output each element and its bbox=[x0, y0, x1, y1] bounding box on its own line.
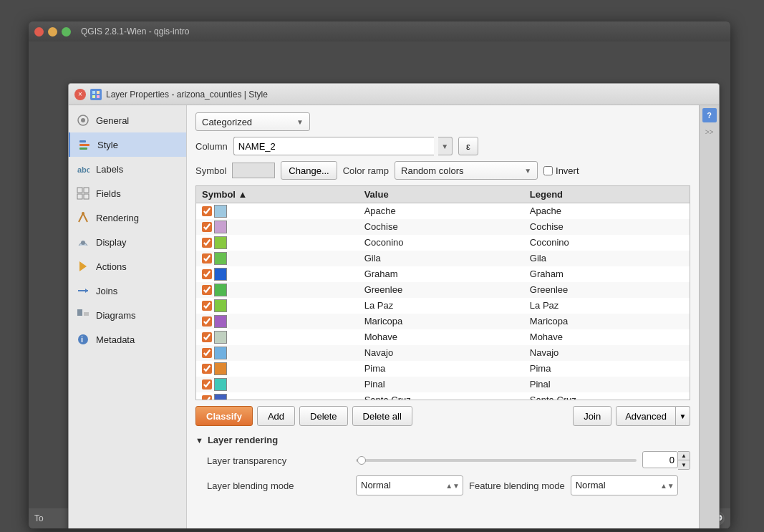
renderer-dropdown-arrow: ▼ bbox=[296, 118, 304, 126]
svg-rect-20 bbox=[84, 312, 89, 316]
diagrams-icon bbox=[76, 308, 90, 322]
transparency-slider-track bbox=[356, 459, 637, 462]
row-checkbox-9[interactable] bbox=[202, 348, 212, 358]
row-legend-8: Mohave bbox=[524, 329, 690, 345]
row-checkbox-0[interactable] bbox=[202, 206, 212, 216]
row-value-1: Cochise bbox=[359, 219, 524, 235]
style-icon bbox=[77, 137, 92, 152]
classify-button[interactable]: Classify bbox=[195, 406, 253, 426]
svg-text:abc: abc bbox=[77, 165, 90, 174]
row-value-2: Coconino bbox=[359, 235, 524, 251]
row-checkbox-2[interactable] bbox=[202, 238, 212, 248]
sidebar-item-general[interactable]: General bbox=[69, 108, 186, 132]
svg-point-5 bbox=[81, 118, 85, 122]
invert-checkbox[interactable] bbox=[543, 166, 553, 175]
epsilon-button[interactable]: ε bbox=[458, 137, 478, 155]
row-checkbox-4[interactable] bbox=[202, 269, 212, 279]
row-checkbox-1[interactable] bbox=[202, 222, 212, 232]
table-header-row: Symbol ▲ Value Legend bbox=[196, 186, 690, 203]
svg-rect-19 bbox=[77, 309, 82, 316]
color-ramp-dropdown[interactable]: Random colors ▼ bbox=[395, 161, 538, 180]
advanced-arrow-button[interactable]: ▼ bbox=[676, 406, 690, 426]
col-value[interactable]: Value bbox=[359, 186, 524, 203]
change-button[interactable]: Change... bbox=[281, 161, 337, 180]
os-close-btn[interactable] bbox=[34, 27, 44, 37]
color-swatch-10 bbox=[214, 362, 227, 375]
color-swatch-5 bbox=[214, 284, 227, 296]
row-legend-12: Santa Cruz bbox=[524, 392, 690, 401]
color-swatch-12 bbox=[214, 394, 227, 401]
row-checkbox-8[interactable] bbox=[202, 332, 212, 342]
layer-blending-value: Normal bbox=[357, 476, 443, 495]
renderer-dropdown[interactable]: Categorized ▼ bbox=[195, 112, 310, 131]
row-value-6: La Paz bbox=[359, 298, 524, 314]
sidebar-item-style[interactable]: Style bbox=[69, 132, 186, 157]
feature-blending-dropdown[interactable]: Normal ▲▼ bbox=[571, 475, 678, 495]
row-checkbox-7[interactable] bbox=[202, 316, 212, 327]
sidebar-item-diagrams[interactable]: Diagrams bbox=[69, 303, 186, 327]
row-value-7: Maricopa bbox=[359, 314, 524, 329]
row-checkbox-12[interactable] bbox=[202, 395, 212, 401]
table-row: Graham Graham bbox=[196, 266, 690, 282]
transparency-value-input[interactable] bbox=[642, 451, 678, 468]
add-button[interactable]: Add bbox=[257, 406, 295, 426]
row-checkbox-11[interactable] bbox=[202, 379, 212, 390]
row-checkbox-6[interactable] bbox=[202, 301, 212, 311]
join-button[interactable]: Join bbox=[573, 406, 611, 426]
column-input[interactable] bbox=[233, 137, 434, 155]
row-value-3: Gila bbox=[359, 251, 524, 266]
column-dropdown-arrow[interactable]: ▼ bbox=[438, 137, 453, 155]
sidebar-item-label-general: General bbox=[96, 115, 129, 126]
sidebar-item-labels[interactable]: abc Labels bbox=[69, 157, 186, 181]
sidebar-item-display[interactable]: Display bbox=[69, 230, 186, 254]
svg-rect-10 bbox=[77, 188, 82, 193]
color-ramp-label: Color ramp bbox=[343, 165, 389, 176]
row-checkbox-10[interactable] bbox=[202, 364, 212, 374]
transparency-label: Layer transparency bbox=[207, 455, 350, 466]
advanced-button[interactable]: Advanced bbox=[616, 406, 676, 426]
os-window: QGIS 2.8.1-Wien - qgis-intro To 💬 × Laye… bbox=[29, 21, 730, 528]
sidebar-item-metadata[interactable]: i Metadata bbox=[69, 327, 186, 352]
sidebar-item-label-fields: Fields bbox=[96, 188, 121, 199]
action-buttons-row: Classify Add Delete Delete all Join Adva… bbox=[195, 406, 690, 426]
row-checkbox-3[interactable] bbox=[202, 253, 212, 263]
sidebar-item-joins[interactable]: Joins bbox=[69, 279, 186, 303]
svg-rect-6 bbox=[79, 144, 90, 146]
table-row: Pinal Pinal bbox=[196, 377, 690, 392]
row-legend-0: Apache bbox=[524, 203, 690, 219]
context-help-button[interactable]: ? bbox=[702, 108, 717, 122]
invert-checkbox-label[interactable]: Invert bbox=[543, 165, 579, 176]
transparency-slider-thumb[interactable] bbox=[357, 456, 366, 465]
svg-rect-8 bbox=[79, 147, 87, 150]
sidebar-item-rendering[interactable]: Rendering bbox=[69, 205, 186, 230]
dialog-close-btn[interactable]: × bbox=[74, 89, 86, 100]
delete-all-button[interactable]: Delete all bbox=[352, 406, 412, 426]
row-legend-7: Maricopa bbox=[524, 314, 690, 329]
layer-blending-dropdown[interactable]: Normal ▲▼ bbox=[356, 475, 463, 495]
row-value-4: Graham bbox=[359, 266, 524, 282]
os-max-btn[interactable] bbox=[62, 27, 71, 37]
transparency-spinner-down[interactable]: ▼ bbox=[678, 460, 690, 469]
col-legend[interactable]: Legend bbox=[524, 186, 690, 203]
table-row: La Paz La Paz bbox=[196, 298, 690, 314]
row-checkbox-5[interactable] bbox=[202, 285, 212, 295]
transparency-spinner-up[interactable]: ▲ bbox=[678, 452, 690, 460]
rendering-icon bbox=[76, 211, 90, 225]
sidebar-item-actions[interactable]: Actions bbox=[69, 254, 186, 279]
delete-button[interactable]: Delete bbox=[299, 406, 348, 426]
sidebar-item-label-style: Style bbox=[97, 140, 118, 150]
row-legend-10: Pima bbox=[524, 361, 690, 377]
layer-blending-arrow: ▲▼ bbox=[443, 482, 463, 490]
table-row: Greenlee Greenlee bbox=[196, 282, 690, 298]
rendering-toggle[interactable]: ▼ bbox=[195, 436, 203, 445]
more-button[interactable]: >> bbox=[705, 128, 714, 136]
sidebar-item-fields[interactable]: Fields bbox=[69, 181, 186, 205]
invert-label: Invert bbox=[556, 165, 579, 176]
metadata-icon: i bbox=[76, 332, 90, 347]
row-value-0: Apache bbox=[359, 203, 524, 219]
display-icon bbox=[76, 235, 90, 249]
os-min-btn[interactable] bbox=[48, 27, 57, 37]
col-symbol[interactable]: Symbol ▲ bbox=[196, 186, 359, 203]
svg-text:i: i bbox=[81, 335, 83, 344]
rendering-section-header: ▼ Layer rendering bbox=[195, 435, 690, 445]
